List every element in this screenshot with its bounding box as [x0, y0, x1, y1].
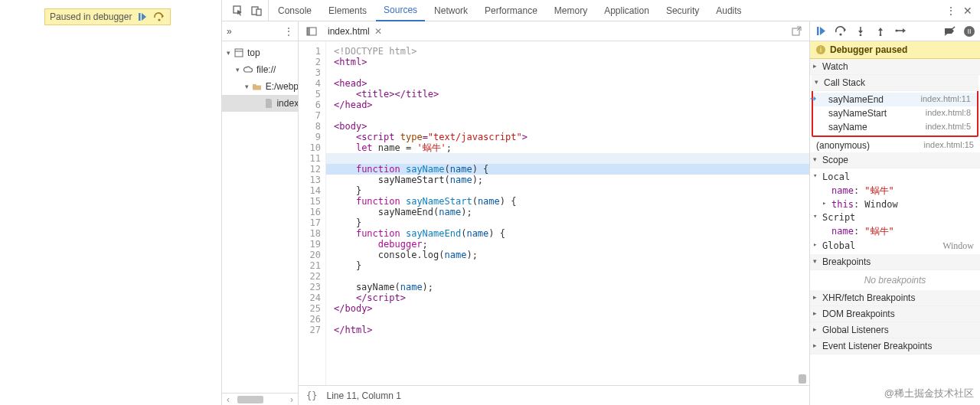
tree-folder[interactable]: ▾ E:/webp: [222, 78, 298, 95]
section-watch[interactable]: Watch: [810, 59, 980, 75]
close-icon[interactable]: ✕: [960, 5, 975, 17]
svg-marker-23: [903, 28, 906, 33]
stack-row[interactable]: sayNameStartindex.html:8: [813, 106, 977, 120]
tab-console[interactable]: Console: [270, 0, 319, 21]
navigator-tree: ▾ top ▾ file:// ▾ E:/webp index: [222, 41, 298, 393]
line-gutter: 1234567891011121314151617181920212223242…: [299, 41, 326, 385]
section-callstack[interactable]: Call Stack: [812, 75, 978, 91]
cloud-icon: [243, 64, 253, 75]
breakpoints-empty: No breakpoints: [810, 270, 980, 290]
scroll-left-icon[interactable]: ‹: [222, 394, 234, 405]
file-icon: [263, 98, 273, 109]
popout-icon[interactable]: [787, 26, 806, 36]
debugger-panel: II i Debugger paused Watch Call Stack sa…: [810, 21, 980, 405]
step-over-icon[interactable]: [835, 25, 847, 38]
tab-audits[interactable]: Audits: [708, 0, 749, 21]
debugger-paused-banner: i Debugger paused: [810, 41, 980, 59]
paused-in-debugger-overlay: Paused in debugger: [44, 8, 171, 25]
svg-point-21: [880, 34, 882, 36]
tab-application[interactable]: Application: [596, 0, 657, 21]
scroll-right-icon[interactable]: ›: [286, 394, 298, 405]
window-icon: [234, 47, 244, 58]
code-editor[interactable]: 1234567891011121314151617181920212223242…: [299, 41, 809, 385]
navigator-toolbar: » ⋮: [222, 21, 298, 41]
svg-marker-13: [820, 27, 825, 35]
tab-performance[interactable]: Performance: [477, 0, 545, 21]
folder-icon: [252, 81, 263, 92]
paused-label-text: Paused in debugger: [50, 11, 132, 22]
resume-icon[interactable]: [815, 25, 827, 38]
section-dom-breakpoints[interactable]: DOM Breakpoints: [810, 306, 980, 322]
editor-pane: index.html ✕ 123456789101112131415161718…: [299, 21, 810, 405]
inspect-device-toggles: [227, 0, 269, 21]
svg-point-24: [895, 29, 897, 31]
sources-navigator: » ⋮ ▾ top ▾ file:// ▾ E:/webp: [222, 21, 299, 405]
step-icon[interactable]: [894, 25, 906, 38]
svg-rect-12: [817, 27, 819, 35]
tree-top[interactable]: ▾ top: [222, 44, 298, 61]
svg-rect-0: [139, 13, 141, 21]
svg-marker-20: [878, 28, 883, 31]
scope-local[interactable]: Local: [810, 170, 980, 184]
tab-sources[interactable]: Sources: [376, 1, 425, 21]
devtools-tabbar: Console Elements Sources Network Perform…: [222, 0, 980, 21]
callstack-body: sayNameEndindex.html:11sayNameStartindex…: [813, 91, 977, 136]
navigator-more-icon[interactable]: »: [227, 26, 232, 37]
editor-tabbar: index.html ✕: [299, 21, 809, 41]
toggle-navigator-icon[interactable]: [302, 27, 322, 36]
section-breakpoints[interactable]: Breakpoints: [810, 254, 980, 270]
scope-var[interactable]: this: Window: [810, 198, 980, 211]
inspect-element-icon[interactable]: [233, 5, 243, 16]
editor-file-name: index.html: [328, 26, 370, 37]
svg-marker-17: [858, 31, 863, 34]
step-out-icon[interactable]: [874, 25, 887, 38]
tab-network[interactable]: Network: [426, 0, 475, 21]
tab-elements[interactable]: Elements: [321, 0, 374, 21]
scope-var[interactable]: name: "蜗牛": [810, 184, 980, 198]
navigator-kebab-icon[interactable]: ⋮: [284, 26, 293, 37]
svg-marker-14: [844, 28, 846, 32]
debug-toolbar: II: [810, 21, 980, 41]
step-into-icon[interactable]: [854, 25, 867, 38]
section-event-listener-breakpoints[interactable]: Event Listener Breakpoints: [810, 338, 980, 354]
format-icon[interactable]: {}: [306, 390, 317, 401]
svg-rect-10: [307, 28, 310, 35]
resume-mini-icon[interactable]: [136, 11, 149, 23]
tree-file-index[interactable]: index: [222, 95, 298, 112]
section-global-listeners[interactable]: Global Listeners: [810, 322, 980, 338]
editor-file-tab[interactable]: index.html ✕: [322, 21, 388, 41]
svg-rect-6: [256, 9, 261, 15]
devtools-window: Console Elements Sources Network Perform…: [221, 0, 980, 405]
section-scope[interactable]: Scope: [810, 152, 980, 168]
editor-status-bar: {} Line 11, Column 1: [299, 385, 809, 405]
stack-row-anonymous[interactable]: (anonymous) index.html:15: [810, 139, 980, 152]
stack-row[interactable]: sayNameindex.html:5: [813, 120, 977, 134]
tree-origin[interactable]: ▾ file://: [222, 61, 298, 78]
svg-point-3: [158, 18, 161, 21]
scope-var[interactable]: name: "蜗牛": [810, 224, 980, 239]
stack-row[interactable]: sayNameEndindex.html:11: [813, 93, 977, 106]
svg-marker-1: [142, 13, 146, 21]
svg-marker-2: [162, 14, 164, 18]
code-area[interactable]: <!DOCTYPE html><html><head> <title></tit…: [326, 41, 809, 385]
tab-memory[interactable]: Memory: [547, 0, 595, 21]
svg-point-15: [839, 33, 841, 35]
tab-security[interactable]: Security: [658, 0, 707, 21]
deactivate-breakpoints-icon[interactable]: [943, 25, 956, 38]
scope-global[interactable]: Global Window: [810, 239, 980, 253]
svg-rect-7: [235, 49, 243, 57]
device-toolbar-icon[interactable]: [251, 5, 262, 16]
navigator-hscroll[interactable]: ‹ ›: [222, 393, 298, 405]
cursor-position: Line 11, Column 1: [326, 390, 400, 401]
pause-exceptions-icon[interactable]: II: [963, 25, 975, 38]
close-tab-icon[interactable]: ✕: [374, 26, 382, 37]
scope-script[interactable]: Script: [810, 211, 980, 224]
svg-point-18: [860, 34, 862, 36]
section-xhr-breakpoints[interactable]: XHR/fetch Breakpoints: [810, 290, 980, 306]
scroll-thumb[interactable]: [237, 396, 263, 403]
scope-body: Local name: "蜗牛"this: Window Script name…: [810, 168, 980, 254]
callstack-highlight-box: Call Stack sayNameEndindex.html:11sayNam…: [812, 75, 978, 137]
kebab-menu-icon[interactable]: ⋮: [943, 5, 959, 17]
step-over-mini-icon[interactable]: [153, 11, 165, 23]
editor-vscroll[interactable]: [799, 41, 809, 385]
